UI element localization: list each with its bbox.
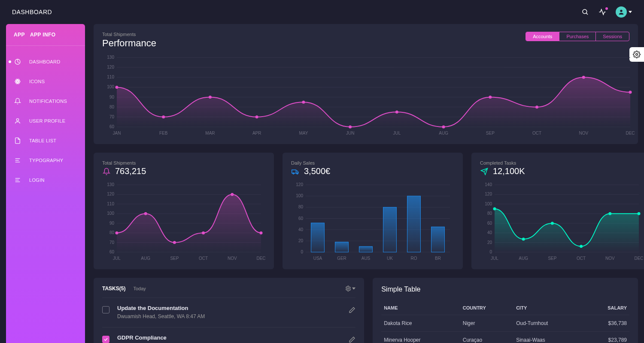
nav-icon xyxy=(14,78,21,85)
table-cell: Minerva Hooper xyxy=(381,332,460,343)
sidebar: APP APP INFO DASHBOARDICONSNOTIFICATIONS… xyxy=(6,24,85,343)
sidebar-item-label: LOGIN xyxy=(29,178,45,183)
svg-point-35 xyxy=(255,115,258,118)
nav-icon xyxy=(14,137,21,144)
svg-point-74 xyxy=(173,241,176,244)
task-edit-button[interactable] xyxy=(349,307,355,315)
svg-point-36 xyxy=(302,101,305,104)
task-checkbox[interactable] xyxy=(102,306,109,313)
svg-point-135 xyxy=(608,212,611,215)
svg-point-75 xyxy=(202,232,205,235)
svg-text:0: 0 xyxy=(489,250,492,254)
svg-text:AUG: AUG xyxy=(439,131,448,135)
svg-text:JUL: JUL xyxy=(393,131,401,135)
svg-text:60: 60 xyxy=(109,124,115,129)
tab-sessions[interactable]: Sessions xyxy=(595,32,629,41)
table-header: COUNTRY xyxy=(460,301,513,315)
task-title: GDPR Compliance xyxy=(117,334,341,341)
svg-point-136 xyxy=(638,212,641,215)
task-desc: Dwuamish Head, Seattle, WA 8:47 AM xyxy=(117,313,341,320)
sidebar-item-notifications[interactable]: NOTIFICATIONS xyxy=(6,91,85,111)
svg-text:UK: UK xyxy=(387,256,393,261)
sidebar-nav: DASHBOARDICONSNOTIFICATIONSUSER PROFILET… xyxy=(6,46,85,190)
search-icon[interactable] xyxy=(581,8,589,16)
svg-text:AUS: AUS xyxy=(361,256,371,261)
svg-text:110: 110 xyxy=(107,75,114,79)
sales-subtitle: Daily Sales xyxy=(291,160,454,165)
sidebar-item-user-profile[interactable]: USER PROFILE xyxy=(6,111,85,131)
completed-card: Completed Tasks 12,100K 0204060801001201… xyxy=(471,153,644,269)
svg-point-73 xyxy=(144,212,147,215)
table-title: Simple Table xyxy=(381,286,629,293)
sidebar-item-typography[interactable]: TYPOGRAPHY xyxy=(6,150,85,170)
task-edit-button[interactable] xyxy=(349,336,355,343)
completed-subtitle: Completed Tasks xyxy=(480,160,643,165)
svg-point-40 xyxy=(489,96,492,99)
performance-title: Performance xyxy=(102,38,156,49)
svg-text:JAN: JAN xyxy=(113,131,121,135)
sidebar-item-dashboard[interactable]: DASHBOARD xyxy=(6,52,85,72)
sidebar-item-login[interactable]: LOGIN xyxy=(6,170,85,190)
avatar xyxy=(616,6,627,18)
svg-text:90: 90 xyxy=(109,221,115,226)
svg-point-9 xyxy=(16,119,18,121)
nav-icon xyxy=(14,97,21,105)
svg-point-5 xyxy=(17,81,18,82)
tasks-menu-button[interactable] xyxy=(345,286,355,292)
svg-text:110: 110 xyxy=(107,202,114,206)
svg-point-132 xyxy=(522,238,525,241)
svg-point-33 xyxy=(162,115,165,118)
svg-text:NOV: NOV xyxy=(228,256,237,261)
sidebar-item-label: DASHBOARD xyxy=(29,59,60,64)
svg-text:AUG: AUG xyxy=(141,256,150,261)
svg-text:JUN: JUN xyxy=(346,131,354,135)
brand-short: APP xyxy=(14,32,25,38)
task-row: Update the DocumentationDwuamish Head, S… xyxy=(102,298,355,327)
svg-text:SEP: SEP xyxy=(170,256,179,261)
svg-text:120: 120 xyxy=(107,65,114,69)
caret-down-icon xyxy=(352,287,355,290)
performance-chart: 60708090100110120130JANFEBMARAPRMAYJUNJU… xyxy=(102,55,629,136)
table-header: NAME xyxy=(381,301,460,315)
svg-text:NOV: NOV xyxy=(579,131,588,135)
tab-accounts[interactable]: Accounts xyxy=(526,32,559,41)
activity-icon[interactable] xyxy=(598,8,606,16)
svg-text:DEC: DEC xyxy=(256,256,265,261)
svg-text:100: 100 xyxy=(485,202,492,206)
svg-point-0 xyxy=(583,9,587,14)
svg-text:JUL: JUL xyxy=(491,256,498,261)
svg-rect-103 xyxy=(359,247,373,252)
svg-text:80: 80 xyxy=(109,105,115,109)
sidebar-item-table-list[interactable]: TABLE LIST xyxy=(6,131,85,150)
nav-icon xyxy=(14,117,21,125)
table-cell: Oud-Turnhout xyxy=(513,315,583,332)
task-title: Update the Documentation xyxy=(117,305,341,311)
svg-text:MAR: MAR xyxy=(205,131,215,135)
sidebar-brand[interactable]: APP APP INFO xyxy=(6,32,85,46)
svg-text:OCT: OCT xyxy=(532,131,541,135)
svg-line-1 xyxy=(586,13,588,15)
user-menu[interactable] xyxy=(616,6,632,18)
svg-text:80: 80 xyxy=(487,211,492,216)
svg-text:60: 60 xyxy=(109,250,115,254)
svg-point-42 xyxy=(582,76,585,79)
svg-rect-106 xyxy=(431,227,445,252)
tab-purchases[interactable]: Purchases xyxy=(559,32,595,41)
sidebar-item-icons[interactable]: ICONS xyxy=(6,72,85,91)
svg-point-134 xyxy=(580,245,583,248)
table-cell: Sinaai-Waas xyxy=(513,332,583,343)
task-checkbox[interactable] xyxy=(102,336,109,343)
svg-text:BR: BR xyxy=(435,256,441,261)
svg-point-34 xyxy=(209,96,212,99)
sales-card: Daily Sales 3,500€ 020406080100120USAGER… xyxy=(283,153,463,269)
svg-text:140: 140 xyxy=(485,182,492,187)
svg-text:20: 20 xyxy=(487,240,492,245)
svg-text:USA: USA xyxy=(313,256,322,261)
svg-point-131 xyxy=(493,208,496,211)
svg-text:20: 20 xyxy=(298,238,304,243)
notification-dot-icon xyxy=(605,7,608,10)
svg-rect-102 xyxy=(335,242,349,252)
table-row: Dakota RiceNigerOud-Turnhout$36,738 xyxy=(381,315,629,332)
svg-text:GER: GER xyxy=(337,256,346,261)
sidebar-item-label: TABLE LIST xyxy=(29,138,56,143)
